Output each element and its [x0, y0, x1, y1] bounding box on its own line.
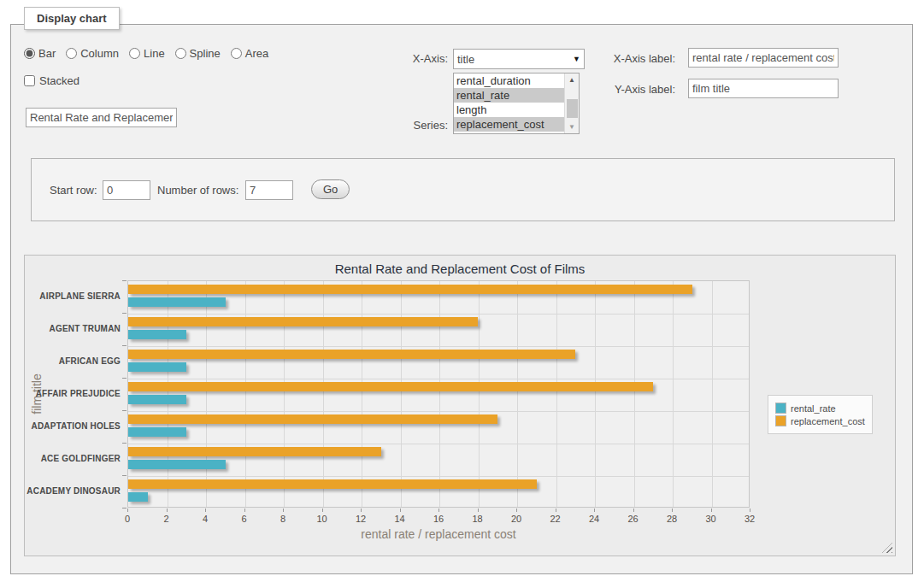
number-of-rows-input[interactable]: [245, 180, 293, 200]
fieldset-legend-title: Display chart: [24, 7, 120, 30]
x-tick-mark: [516, 509, 517, 512]
x-tick-label: 20: [499, 514, 533, 524]
x-tick-mark: [322, 509, 323, 512]
category-label: ACE GOLDFINGER: [25, 443, 121, 475]
bar-replacement_cost: [128, 317, 478, 326]
chart-title-input[interactable]: [26, 108, 177, 127]
x-tick-label: 32: [733, 514, 767, 524]
start-row-input[interactable]: [103, 180, 150, 200]
radio-spline-label[interactable]: Spline: [190, 47, 221, 60]
bar-replacement_cost: [128, 285, 692, 294]
x-axis-select[interactable]: title ▼: [453, 49, 585, 69]
x-tick-label: 0: [110, 514, 144, 524]
radio-area-label[interactable]: Area: [245, 47, 268, 60]
gridline-vertical: [323, 281, 324, 507]
x-tick-label: 8: [266, 514, 300, 524]
bar-rental_rate: [128, 492, 148, 502]
x-tick-mark: [594, 509, 595, 512]
x-axis-select-label: X-Axis:: [388, 52, 448, 65]
x-tick-label: 28: [655, 514, 689, 524]
gridline-vertical: [595, 281, 596, 507]
radio-bar-label[interactable]: Bar: [38, 47, 56, 60]
radio-column[interactable]: [66, 48, 77, 59]
gridline-vertical: [673, 281, 674, 507]
resize-handle[interactable]: [882, 543, 892, 553]
x-tick-mark: [556, 509, 556, 512]
gridline-vertical: [439, 281, 440, 507]
x-tick-label: 12: [344, 514, 378, 524]
x-tick-mark: [361, 509, 362, 512]
stacked-checkbox[interactable]: [24, 75, 35, 86]
gridline-horizontal: [128, 444, 749, 444]
rows-panel: Start row: Number of rows: Go: [31, 158, 895, 221]
x-tick-label: 4: [188, 514, 222, 524]
radio-line-label[interactable]: Line: [144, 47, 165, 60]
scroll-down-icon[interactable]: ▼: [565, 121, 579, 133]
gridline-vertical: [362, 281, 362, 507]
x-tick-label: 22: [539, 514, 573, 524]
radio-spline[interactable]: [175, 48, 186, 59]
y-tick-mark: [122, 443, 127, 444]
y-tick-mark: [122, 410, 127, 411]
bar-rental_rate: [128, 427, 186, 437]
bar-replacement_cost: [128, 414, 497, 424]
x-tick-mark: [478, 509, 479, 512]
y-axis-label-label: Y-Axis label:: [598, 83, 675, 96]
series-option-replacement_cost[interactable]: replacement_cost: [454, 117, 564, 132]
gridline-horizontal: [128, 476, 749, 477]
scroll-up-icon[interactable]: ▲: [565, 73, 579, 86]
category-label: AGENT TRUMAN: [25, 313, 121, 345]
radio-column-label[interactable]: Column: [80, 47, 119, 60]
x-tick-mark: [400, 509, 401, 512]
gridline-vertical: [284, 281, 285, 507]
bar-rental_rate: [128, 362, 186, 372]
x-tick-mark: [438, 509, 439, 512]
x-tick-mark: [244, 509, 245, 512]
gridline-horizontal: [128, 379, 749, 379]
scrollbar-thumb[interactable]: [567, 99, 578, 118]
x-tick-mark: [711, 509, 712, 512]
bar-rental_rate: [128, 460, 226, 469]
legend-label: rental_rate: [791, 403, 836, 414]
gridline-vertical: [712, 281, 713, 507]
stacked-label[interactable]: Stacked: [39, 74, 79, 87]
chart-type-radio-group: Bar Column Line Spline Area: [24, 47, 275, 60]
x-axis-label-input[interactable]: [688, 48, 839, 68]
series-option-length[interactable]: length: [454, 103, 564, 117]
legend-entry-rental-rate: rental_rate: [775, 403, 865, 414]
x-tick-label: 16: [421, 514, 456, 524]
x-axis-label-label: X-Axis label:: [598, 52, 675, 65]
legend-label: replacement_cost: [791, 416, 865, 426]
y-tick-mark: [122, 345, 127, 346]
rental-rate-swatch-icon: [775, 403, 786, 414]
chart-title: Rental Rate and Replacement Cost of Film…: [25, 262, 895, 276]
go-button[interactable]: Go: [311, 179, 350, 199]
series-scrollbar[interactable]: ▲ ▼: [564, 73, 579, 133]
gridline-vertical: [168, 281, 168, 507]
gridline-vertical: [401, 281, 402, 507]
series-select-label: Series:: [388, 119, 448, 132]
radio-area[interactable]: [231, 48, 242, 59]
x-tick-mark: [672, 509, 673, 512]
series-option-rental_rate[interactable]: rental_rate: [454, 88, 564, 103]
bar-rental_rate: [128, 297, 226, 307]
x-tick-label: 30: [694, 514, 728, 524]
series-listbox[interactable]: rental_durationrental_ratelengthreplacem…: [453, 73, 580, 134]
bar-replacement_cost: [128, 447, 381, 456]
y-tick-mark: [122, 508, 127, 509]
gridline-horizontal: [128, 346, 749, 347]
legend-entry-replacement-cost: replacement_cost: [775, 415, 865, 426]
x-tick-label: 2: [150, 514, 184, 524]
radio-line[interactable]: [129, 48, 140, 59]
category-label: ADAPTATION HOLES: [25, 410, 121, 443]
x-tick-mark: [750, 509, 750, 512]
gridline-horizontal: [128, 314, 749, 315]
x-tick-mark: [633, 509, 634, 512]
chevron-down-icon: ▼: [573, 55, 580, 63]
gridline-vertical: [206, 281, 207, 507]
series-option-rental_duration[interactable]: rental_duration: [454, 73, 564, 88]
radio-bar[interactable]: [24, 48, 35, 59]
x-axis-title: rental rate / replacement cost: [127, 527, 750, 541]
x-tick-label: 26: [616, 514, 650, 524]
y-axis-label-input[interactable]: [688, 79, 839, 98]
